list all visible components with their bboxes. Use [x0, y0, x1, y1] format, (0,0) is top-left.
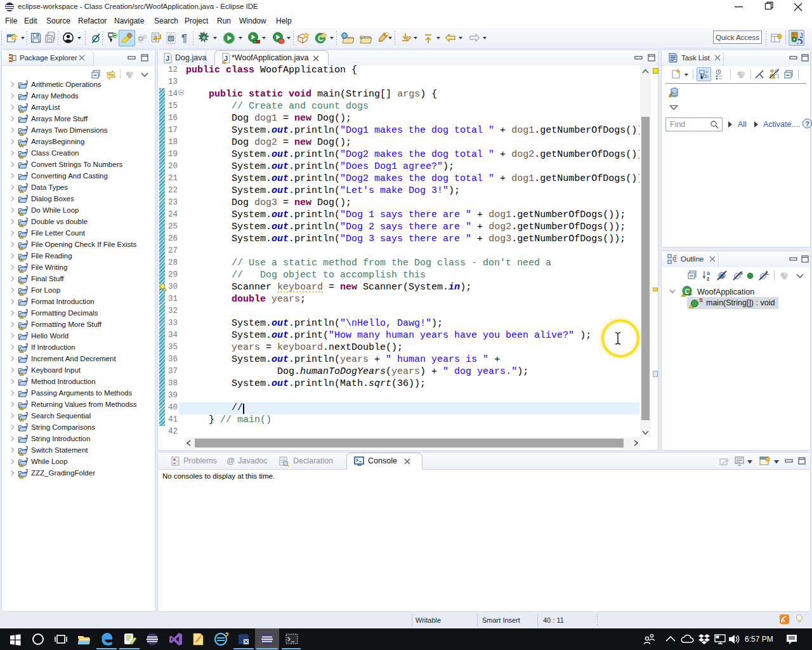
svg-text:s: s [740, 270, 743, 276]
svg-text:J: J [800, 32, 803, 39]
svg-text:z: z [707, 275, 710, 281]
svg-text:S: S [699, 297, 703, 303]
svg-text:L: L [766, 270, 769, 276]
svg-text:J: J [166, 55, 169, 62]
